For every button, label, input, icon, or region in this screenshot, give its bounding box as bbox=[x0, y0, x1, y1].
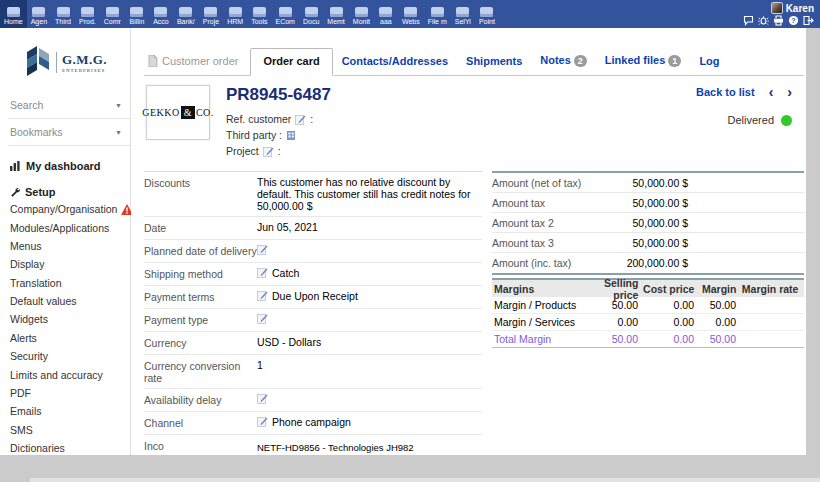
nav-item-label: Comr bbox=[104, 18, 121, 26]
margins-cell: 0.00 bbox=[604, 316, 638, 328]
nav-item-acco[interactable]: Acco bbox=[149, 0, 173, 28]
dashboard-chart-icon bbox=[10, 161, 21, 171]
nav-item-webs[interactable]: Webs bbox=[398, 0, 424, 28]
wrench-icon bbox=[10, 187, 20, 197]
thirdparty-logo-text: GEKKO bbox=[142, 107, 180, 118]
sidebar-item-pdf[interactable]: PDF bbox=[8, 384, 130, 402]
nav-item-home[interactable]: Home bbox=[0, 0, 27, 28]
margins-header-margin: Margin bbox=[694, 283, 736, 295]
nav-item-tools[interactable]: Tools bbox=[247, 0, 271, 28]
nav-item-ecom[interactable]: ECom bbox=[272, 0, 299, 28]
edit-pencil-icon[interactable] bbox=[295, 114, 306, 125]
tab-log[interactable]: Log bbox=[690, 49, 728, 75]
nav-item-label: HRM bbox=[227, 18, 243, 26]
sidebar-item-default-values[interactable]: Default values bbox=[8, 292, 130, 310]
bookmarks-dropdown[interactable]: Bookmarks ▼ bbox=[8, 119, 130, 146]
nav-module-icon bbox=[229, 7, 242, 17]
nav-item-label: Home bbox=[4, 18, 23, 26]
margins-table: MarginsSelling priceCost priceMarginMarg… bbox=[492, 278, 804, 348]
user-name[interactable]: Karen bbox=[786, 3, 814, 14]
print-icon[interactable] bbox=[773, 15, 784, 26]
sidebar-item-emails[interactable]: Emails bbox=[8, 402, 130, 420]
sidebar-item-limits-and-accuracy[interactable]: Limits and accuracy bbox=[8, 365, 130, 383]
edit-pencil-icon[interactable] bbox=[263, 146, 274, 157]
tab-notes[interactable]: Notes2 bbox=[531, 48, 596, 75]
amount-label: Amount tax bbox=[492, 197, 622, 209]
nav-item-third[interactable]: Third bbox=[51, 0, 75, 28]
sidebar-item-sms[interactable]: SMS bbox=[8, 421, 130, 439]
logout-icon[interactable] bbox=[803, 15, 814, 26]
company-brand-logo[interactable]: G.M.G. ENTERPRISES bbox=[8, 36, 130, 92]
dashboard-label: My dashboard bbox=[26, 160, 101, 172]
nav-item-aaa[interactable]: aaa bbox=[374, 0, 398, 28]
nav-item-prod[interactable]: Prod. bbox=[75, 0, 100, 28]
nav-item-agen[interactable]: Agen bbox=[27, 0, 51, 28]
sidebar-item-security[interactable]: Security bbox=[8, 347, 130, 365]
chat-icon[interactable] bbox=[743, 15, 754, 26]
tab-order-card[interactable]: Order card bbox=[250, 48, 332, 76]
nav-item-docu[interactable]: Docu bbox=[299, 0, 323, 28]
user-avatar[interactable] bbox=[771, 2, 783, 14]
help-icon[interactable]: ? bbox=[788, 15, 799, 26]
tab-shipments[interactable]: Shipments bbox=[457, 49, 531, 75]
sidebar-item-display[interactable]: Display bbox=[8, 255, 130, 273]
detail-row-shipping-method: Shipping methodCatch bbox=[144, 263, 482, 286]
margins-cell: 50.00 bbox=[604, 299, 638, 311]
setup-label: Setup bbox=[25, 186, 56, 198]
sidebar-item-label: PDF bbox=[10, 387, 31, 399]
amount-row-amount-tax-3: Amount tax 350,000.00 $ bbox=[492, 233, 804, 253]
nav-item-comr[interactable]: Comr bbox=[100, 0, 125, 28]
amount-label: Amount tax 3 bbox=[492, 237, 622, 249]
sidebar-item-label: Company/Organisation bbox=[10, 203, 117, 215]
detail-value bbox=[257, 393, 482, 404]
sidebar-item-menus[interactable]: Menus bbox=[8, 237, 130, 255]
detail-value-text: USD - Dollars bbox=[257, 336, 321, 348]
field-columns: DiscountsThis customer has no relative d… bbox=[144, 171, 804, 460]
sidebar-item-company-organisation[interactable]: Company/Organisation bbox=[8, 200, 130, 218]
bug-icon[interactable] bbox=[758, 15, 769, 26]
sidebar-item-widgets[interactable]: Widgets bbox=[8, 310, 130, 328]
object-header: GEKKO&CO. PR8945-6487 Ref. customer : Th… bbox=[144, 76, 804, 169]
nav-item-hrm[interactable]: HRM bbox=[223, 0, 247, 28]
nav-item-monit[interactable]: Monit bbox=[349, 0, 374, 28]
nav-module-icon bbox=[456, 7, 469, 17]
tab-label: Shipments bbox=[466, 55, 522, 67]
edit-pencil-icon[interactable] bbox=[257, 267, 268, 278]
nav-item-billin[interactable]: Billin bbox=[125, 0, 149, 28]
nav-item-proje[interactable]: Proje bbox=[199, 0, 223, 28]
sidebar-item-translation[interactable]: Translation bbox=[8, 274, 130, 292]
horizontal-scrollbar[interactable] bbox=[30, 478, 820, 482]
search-dropdown[interactable]: Search ▼ bbox=[8, 92, 130, 119]
company-building-icon[interactable] bbox=[286, 130, 296, 141]
sidebar-item-modules-applications[interactable]: Modules/Applications bbox=[8, 218, 130, 236]
sidebar-item-dashboard[interactable]: My dashboard bbox=[10, 160, 130, 172]
margins-cell: Margin / Services bbox=[492, 316, 604, 328]
previous-record-chevron[interactable]: ‹ bbox=[769, 86, 774, 98]
sidebar-item-alerts[interactable]: Alerts bbox=[8, 329, 130, 347]
sidebar-section-setup[interactable]: Setup bbox=[10, 186, 130, 198]
edit-pencil-icon[interactable] bbox=[257, 290, 268, 301]
tab-label: Order card bbox=[263, 55, 319, 67]
nav-item-filem[interactable]: File m bbox=[424, 0, 451, 28]
nav-item-selyi[interactable]: SelYi bbox=[451, 0, 475, 28]
next-record-chevron[interactable]: › bbox=[787, 86, 792, 98]
edit-pencil-icon[interactable] bbox=[257, 244, 268, 255]
nav-item-bank[interactable]: Bank/ bbox=[173, 0, 199, 28]
margins-cell: 0.00 bbox=[694, 316, 736, 328]
margins-row-total-margin: Total Margin50.000.0050.00 bbox=[492, 331, 804, 348]
edit-pencil-icon[interactable] bbox=[257, 416, 268, 427]
nav-module-icon bbox=[106, 7, 119, 17]
margins-row-margin-products: Margin / Products50.000.0050.00 bbox=[492, 297, 804, 314]
detail-value-text: Phone campaign bbox=[272, 416, 351, 428]
setup-items-list: Company/OrganisationModules/Applications… bbox=[8, 200, 130, 476]
tab-linked-files[interactable]: Linked files1 bbox=[596, 48, 691, 75]
nav-module-icon bbox=[480, 7, 493, 17]
edit-pencil-icon[interactable] bbox=[257, 393, 268, 404]
nav-item-memt[interactable]: Memt bbox=[323, 0, 349, 28]
detail-row-payment-type: Payment type bbox=[144, 309, 482, 332]
edit-pencil-icon[interactable] bbox=[257, 313, 268, 324]
nav-item-label: Monit bbox=[353, 18, 370, 26]
nav-item-point[interactable]: Point bbox=[475, 0, 499, 28]
back-to-list-link[interactable]: Back to list bbox=[696, 86, 755, 98]
tab-contacts-addresses[interactable]: Contacts/Addresses bbox=[333, 49, 457, 75]
